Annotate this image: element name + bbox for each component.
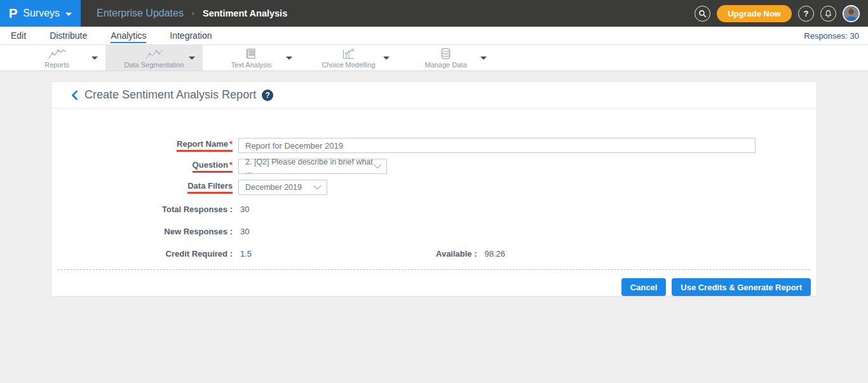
toolbar-item-choice-modelling[interactable]: Choice Modelling	[300, 45, 397, 71]
breadcrumb-current-page: Sentiment Analysis	[203, 8, 287, 18]
title-help-button[interactable]: ?	[262, 90, 273, 101]
available-credits-label: Available :	[436, 249, 477, 259]
chevron-down-icon	[313, 185, 322, 190]
surveys-caret-icon	[65, 13, 72, 16]
tab-analytics[interactable]: Analytics	[109, 29, 148, 42]
tab-distribute[interactable]: Distribute	[48, 29, 89, 42]
database-icon	[440, 48, 451, 60]
credit-row: Credit Required : 1.5 Available : 98.26	[51, 248, 817, 259]
required-asterisk: *	[229, 139, 233, 149]
toolbar-item-label: Manage Data	[424, 61, 466, 69]
newspaper-icon	[245, 48, 257, 60]
create-report-panel: Create Sentiment Analysis Report ? Repor…	[51, 81, 817, 297]
scatter-chart-icon	[145, 48, 164, 60]
toolbar-item-manage-data[interactable]: Manage Data	[397, 45, 494, 71]
data-filters-label: Data Filters	[51, 181, 233, 194]
bell-icon	[824, 10, 832, 18]
report-name-label: Report Name*	[51, 139, 233, 152]
total-responses-value: 30	[240, 205, 249, 214]
top-navbar: P Surveys Enterprise Updates › Sentiment…	[0, 0, 868, 27]
data-filters-row: Data Filters December 2019	[51, 180, 817, 195]
tab-integration[interactable]: Integration	[168, 29, 214, 42]
report-name-input[interactable]	[238, 138, 756, 153]
new-responses-row: New Responses : 30	[51, 226, 817, 237]
upgrade-now-button[interactable]: Upgrade Now	[717, 5, 792, 22]
toolbar-item-label: Choice Modelling	[322, 61, 375, 69]
page-title: Create Sentiment Analysis Report	[85, 88, 256, 102]
breadcrumb-separator-icon: ›	[192, 9, 194, 18]
topbar-actions: Upgrade Now ?	[695, 0, 860, 27]
question-mark-icon: ?	[265, 91, 269, 100]
generate-report-button[interactable]: Use Credits & Generate Report	[672, 278, 811, 296]
toolbar-item-label: Data Segmentation	[124, 61, 184, 69]
chevron-down-icon[interactable]	[92, 57, 98, 60]
chevron-down-icon[interactable]	[286, 57, 292, 60]
new-responses-label: New Responses :	[51, 227, 233, 236]
search-button[interactable]	[695, 6, 710, 22]
available-credits-value: 98.26	[485, 249, 506, 259]
toolbar-item-label: Text Analysis	[231, 61, 272, 69]
total-responses-row: Total Responses : 30	[51, 204, 817, 215]
panel-header: Create Sentiment Analysis Report ?	[51, 82, 817, 109]
report-name-row: Report Name*	[51, 138, 817, 153]
choice-chart-icon	[342, 48, 356, 60]
questionpro-logo: P	[9, 6, 18, 21]
report-form: Report Name* Question* 2. [Q2] Please de…	[51, 109, 817, 296]
toolbar-item-text-analysis[interactable]: Text Analysis	[203, 45, 300, 71]
required-asterisk: *	[229, 160, 233, 170]
form-actions: Cancel Use Credits & Generate Report	[51, 270, 817, 296]
avatar[interactable]	[843, 5, 860, 22]
back-button[interactable]	[71, 90, 79, 100]
avatar-photo	[844, 6, 858, 21]
question-row: Question* 2. [Q2] Please describe in bri…	[51, 159, 817, 174]
search-icon	[698, 10, 707, 18]
credit-required-label: Credit Required :	[51, 249, 233, 259]
chevron-down-icon	[374, 164, 381, 169]
toolbar-item-reports[interactable]: Reports	[8, 45, 105, 71]
credit-required-value: 1.5	[240, 249, 436, 259]
analytics-toolbar: Reports Data Segmentation Text Analysis	[0, 45, 868, 71]
help-button[interactable]: ?	[798, 6, 814, 22]
surveys-menu[interactable]: P Surveys	[0, 0, 81, 27]
data-filters-select[interactable]: December 2019	[238, 180, 327, 195]
line-chart-icon	[48, 48, 67, 60]
chevron-down-icon[interactable]	[480, 57, 487, 60]
question-select[interactable]: 2. [Q2] Please describe in brief what ..…	[238, 159, 387, 174]
cancel-button[interactable]: Cancel	[621, 278, 667, 296]
breadcrumb-survey-name[interactable]: Enterprise Updates	[97, 8, 184, 19]
new-responses-value: 30	[240, 227, 249, 236]
breadcrumb: Enterprise Updates › Sentiment Analysis	[97, 0, 287, 27]
survey-section-nav: Edit Distribute Analytics Integration Re…	[0, 27, 868, 45]
tab-edit[interactable]: Edit	[9, 29, 28, 42]
question-label: Question*	[51, 160, 233, 173]
product-name: Surveys	[23, 8, 60, 19]
chevron-left-icon	[71, 90, 79, 100]
toolbar-item-data-segmentation[interactable]: Data Segmentation	[105, 45, 203, 71]
chevron-down-icon[interactable]	[189, 57, 195, 60]
total-responses-label: Total Responses :	[51, 205, 233, 214]
data-filters-select-value: December 2019	[245, 183, 302, 192]
question-select-value: 2. [Q2] Please describe in brief what ..…	[245, 158, 374, 175]
notifications-button[interactable]	[820, 6, 836, 22]
responses-count: Responses: 30	[804, 31, 859, 41]
chevron-down-icon[interactable]	[383, 57, 390, 60]
help-icon: ?	[804, 9, 809, 18]
toolbar-item-label: Reports	[44, 61, 69, 69]
